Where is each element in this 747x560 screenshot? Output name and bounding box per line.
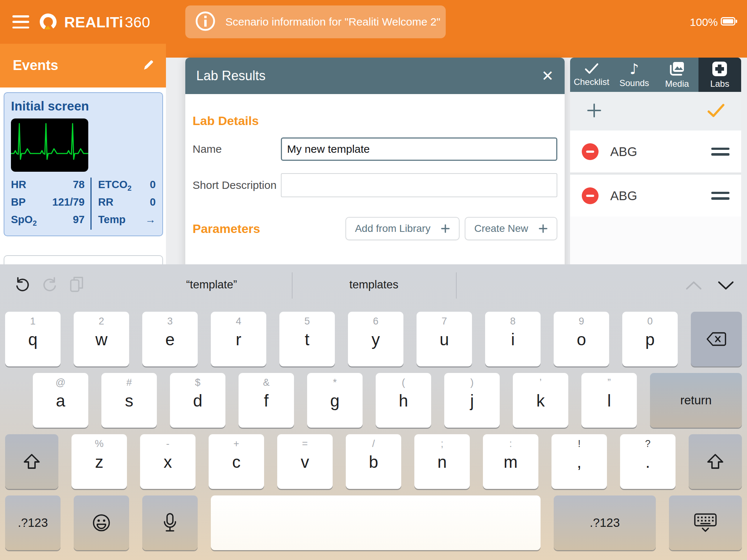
key-c[interactable]: +c <box>209 434 264 489</box>
key-l[interactable]: ”l <box>581 373 637 428</box>
labs-cross-icon <box>712 61 728 77</box>
lab-details-heading: Lab Details <box>193 114 557 128</box>
add-from-library-button[interactable]: Add from Library <box>345 217 460 240</box>
key-e[interactable]: 3e <box>142 312 198 366</box>
drag-handle-icon[interactable] <box>711 192 729 200</box>
close-icon[interactable]: ✕ <box>541 69 554 83</box>
emoji-key[interactable] <box>74 495 129 550</box>
parameters-row: Parameters Add from Library Create New <box>193 217 557 240</box>
drag-handle-icon[interactable] <box>711 148 729 156</box>
suggestion-plain[interactable]: templates <box>349 278 398 291</box>
event-card-initial-screen[interactable]: Initial screen HR 78 BP 121/79 <box>4 92 163 236</box>
key-comma[interactable]: !, <box>551 434 607 489</box>
key-a[interactable]: @a <box>33 373 88 428</box>
key-label: v <box>301 453 309 471</box>
key-label: i <box>511 330 515 349</box>
key-d[interactable]: $d <box>170 373 225 428</box>
key-hint: 7 <box>441 314 447 328</box>
hamburger-menu-icon[interactable] <box>12 15 29 28</box>
key-hint: ( <box>402 376 405 389</box>
key-m[interactable]: :m <box>483 434 538 489</box>
key-u[interactable]: 7u <box>417 312 472 366</box>
ecg-waveform <box>11 118 88 172</box>
return-key[interactable]: return <box>650 373 742 428</box>
key-s[interactable]: #s <box>101 373 157 428</box>
key-n[interactable]: ;n <box>414 434 470 489</box>
key-i[interactable]: 8i <box>485 312 541 366</box>
redo-icon[interactable] <box>42 276 58 294</box>
vital-temp: Temp → <box>98 213 156 230</box>
media-icon <box>668 61 686 77</box>
key-o[interactable]: 9o <box>554 312 609 366</box>
symbols-key[interactable]: .?123 <box>5 495 61 550</box>
event-title: Initial screen <box>11 99 156 113</box>
app-title: REALITi360 <box>64 14 150 31</box>
key-hint: 9 <box>578 314 584 328</box>
dictation-key[interactable] <box>142 495 198 550</box>
key-y[interactable]: 6y <box>348 312 403 366</box>
key-hint: 0 <box>647 314 653 328</box>
tab-checklist[interactable]: Checklist <box>570 58 613 92</box>
key-z[interactable]: %z <box>71 434 127 489</box>
remove-icon[interactable] <box>582 187 599 204</box>
tab-media[interactable]: Media <box>656 58 698 92</box>
confirm-check-icon[interactable] <box>707 103 725 119</box>
symbols-key[interactable]: .?123 <box>554 495 656 550</box>
scenario-info-banner[interactable]: Scenario information for "Realiti Welcom… <box>185 5 446 38</box>
suggestion-quoted[interactable]: “template” <box>186 278 237 291</box>
key-hint: $ <box>195 376 200 389</box>
checkmark-icon <box>584 63 599 75</box>
lab-list-item[interactable]: ABG <box>570 175 741 217</box>
key-r[interactable]: 4r <box>211 312 266 366</box>
key-hint: 1 <box>30 314 35 328</box>
key-v[interactable]: =v <box>277 434 333 489</box>
app-screen: REALITi360 Scenario information for "Rea… <box>0 0 747 560</box>
music-note-icon: ♪ <box>630 62 639 76</box>
key-label: o <box>577 330 586 349</box>
vital-bp: BP 121/79 <box>11 195 85 213</box>
key-hint: = <box>302 437 308 451</box>
key-hint: * <box>333 376 337 389</box>
key-h[interactable]: (h <box>376 373 431 428</box>
ecg-preview <box>11 118 88 172</box>
lab-list-item[interactable]: ABG <box>570 131 741 172</box>
short-description-label: Short Description <box>193 179 281 191</box>
key-x[interactable]: -x <box>140 434 196 489</box>
key-hint: 6 <box>373 314 378 328</box>
key-f[interactable]: &f <box>239 373 294 428</box>
key-label: h <box>399 392 408 410</box>
tab-sounds[interactable]: ♪ Sounds <box>613 58 655 92</box>
key-period[interactable]: ?. <box>620 434 676 489</box>
dismiss-keyboard-key[interactable] <box>669 495 742 550</box>
key-j[interactable]: )j <box>444 373 500 428</box>
undo-icon[interactable] <box>14 276 31 294</box>
short-description-input[interactable] <box>281 173 557 197</box>
parameters-heading: Parameters <box>193 222 260 236</box>
tab-labs[interactable]: Labs <box>698 58 741 92</box>
key-g[interactable]: *g <box>307 373 363 428</box>
remove-icon[interactable] <box>582 143 599 160</box>
modal-title: Lab Results <box>196 68 266 83</box>
chevron-down-icon[interactable] <box>717 280 735 292</box>
paste-icon[interactable] <box>69 275 85 295</box>
key-b[interactable]: /b <box>346 434 401 489</box>
key-hint: ’ <box>539 376 542 389</box>
space-key[interactable] <box>211 495 541 550</box>
key-t[interactable]: 5t <box>279 312 335 366</box>
key-q[interactable]: 1q <box>5 312 61 366</box>
backspace-key[interactable] <box>691 312 742 366</box>
shift-key[interactable] <box>5 434 58 489</box>
edit-pencil-icon[interactable] <box>141 58 155 74</box>
vital-hr: HR 78 <box>11 178 85 195</box>
key-p[interactable]: 0p <box>622 312 678 366</box>
tool-tabs: Checklist ♪ Sounds Media Labs <box>570 58 741 92</box>
key-k[interactable]: ’k <box>513 373 568 428</box>
key-w[interactable]: 2w <box>74 312 129 366</box>
shift-key[interactable] <box>689 434 742 489</box>
chevron-up-icon[interactable] <box>685 280 703 292</box>
create-new-button[interactable]: Create New <box>465 217 557 240</box>
key-label: . <box>646 453 650 471</box>
add-lab-icon[interactable] <box>586 102 602 120</box>
name-input[interactable] <box>281 137 557 161</box>
vitals-grid: HR 78 BP 121/79 SpO2 97 ETCO2 0 <box>11 178 156 230</box>
